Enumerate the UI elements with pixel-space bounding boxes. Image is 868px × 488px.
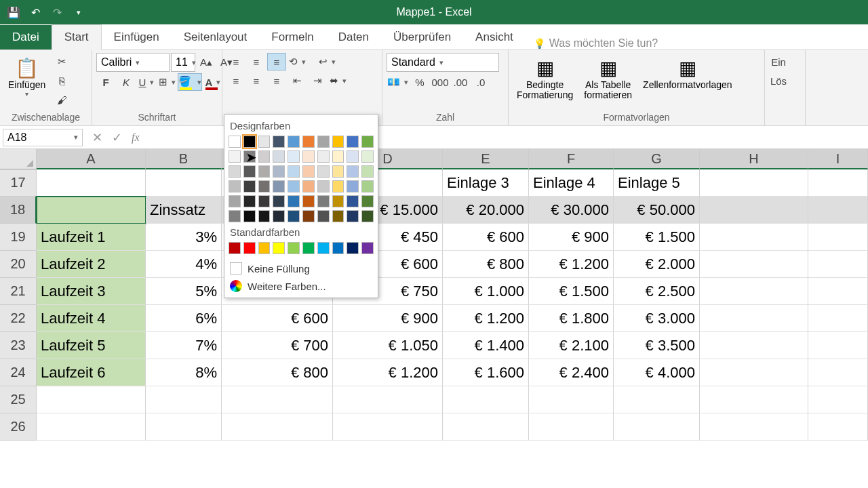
cell[interactable]: Zinssatz — [146, 197, 222, 224]
color-swatch[interactable] — [243, 195, 256, 207]
cell[interactable] — [700, 359, 808, 386]
color-swatch[interactable] — [273, 242, 285, 254]
format-painter-button[interactable]: 🖌 — [52, 91, 71, 108]
cell[interactable]: Laufzeit 1 — [37, 224, 146, 251]
color-swatch[interactable] — [302, 165, 315, 178]
cell[interactable] — [443, 413, 529, 441]
select-all-corner[interactable] — [0, 149, 37, 169]
color-swatch[interactable] — [361, 136, 374, 148]
insert-cells-button[interactable]: Ein — [769, 53, 788, 70]
color-swatch[interactable] — [243, 150, 256, 163]
cell[interactable] — [700, 224, 808, 251]
color-swatch[interactable] — [361, 210, 374, 222]
cell[interactable] — [146, 169, 222, 197]
cell[interactable]: € 1.800 — [529, 305, 614, 332]
cell[interactable]: € 1.200 — [443, 305, 529, 332]
delete-cells-button[interactable]: Lös — [769, 72, 788, 89]
color-swatch[interactable] — [243, 136, 256, 148]
color-swatch[interactable] — [347, 136, 359, 148]
row-header[interactable]: 18 — [0, 197, 37, 224]
color-swatch[interactable] — [317, 195, 330, 207]
cell[interactable]: € 1.500 — [614, 224, 700, 251]
color-swatch[interactable] — [302, 136, 315, 148]
color-swatch[interactable] — [243, 180, 256, 192]
cell[interactable]: € 2.100 — [529, 332, 614, 359]
color-swatch[interactable] — [258, 210, 271, 222]
column-header[interactable]: H — [700, 149, 808, 169]
row-header[interactable]: 26 — [0, 413, 37, 441]
color-swatch[interactable] — [332, 210, 344, 222]
color-swatch[interactable] — [273, 180, 285, 192]
no-fill-item[interactable]: Keine Füllung — [229, 260, 374, 277]
cell[interactable]: € 700 — [222, 332, 333, 359]
row-header[interactable]: 19 — [0, 224, 37, 251]
align-bottom-button[interactable]: ≡ — [267, 53, 286, 70]
tab-data[interactable]: Daten — [326, 25, 381, 49]
italic-button[interactable]: K — [117, 73, 136, 91]
cell[interactable] — [529, 386, 614, 413]
cell[interactable]: € 4.000 — [614, 359, 700, 386]
cell[interactable]: € 30.000 — [529, 197, 614, 224]
indent-inc-button[interactable]: ⇥ — [308, 72, 327, 89]
cell[interactable]: € 2.000 — [614, 251, 700, 278]
align-center-button[interactable]: ≡ — [247, 72, 266, 89]
color-swatch[interactable] — [332, 150, 344, 163]
cell[interactable] — [700, 386, 808, 413]
color-swatch[interactable] — [332, 165, 344, 178]
cell[interactable] — [808, 251, 868, 278]
cell[interactable]: € 900 — [529, 224, 614, 251]
font-color-button[interactable]: A — [203, 73, 222, 91]
font-size-select[interactable]: 11 — [171, 53, 195, 72]
color-swatch[interactable] — [361, 195, 374, 207]
fx-icon[interactable]: fx — [132, 131, 140, 144]
copy-button[interactable]: ⎘ — [52, 72, 71, 89]
row-header[interactable]: 22 — [0, 305, 37, 332]
conditional-format-button[interactable]: ▦Bedingte Formatierung — [513, 53, 577, 104]
cell[interactable] — [614, 386, 700, 413]
color-swatch[interactable] — [229, 242, 241, 254]
color-swatch[interactable] — [288, 195, 300, 207]
cell[interactable]: Laufzeit 3 — [37, 278, 146, 305]
row-header[interactable]: 20 — [0, 251, 37, 278]
tell-me-search[interactable]: Was möchten Sie tun? — [526, 37, 658, 49]
tab-view[interactable]: Ansicht — [463, 25, 526, 49]
cell[interactable] — [700, 169, 808, 197]
column-header[interactable]: A — [37, 149, 146, 169]
cell[interactable] — [333, 413, 443, 441]
cell[interactable]: € 800 — [222, 359, 333, 386]
cell[interactable]: € 800 — [443, 251, 529, 278]
cell[interactable]: € 1.050 — [333, 332, 443, 359]
cell[interactable]: Einlage 3 — [443, 169, 529, 197]
column-header[interactable]: F — [529, 149, 614, 169]
merge-button[interactable]: ⬌ — [328, 72, 347, 89]
cell[interactable]: Laufzeit 6 — [37, 359, 146, 386]
color-swatch[interactable] — [258, 165, 271, 178]
cell[interactable]: € 1.400 — [443, 332, 529, 359]
cell[interactable]: Laufzeit 2 — [37, 251, 146, 278]
decrease-decimal-button[interactable]: .0 — [471, 73, 490, 91]
cell[interactable]: € 50.000 — [614, 197, 700, 224]
cell[interactable] — [37, 169, 146, 197]
column-header[interactable]: B — [146, 149, 222, 169]
cell[interactable] — [808, 224, 868, 251]
tab-insert[interactable]: Einfügen — [102, 25, 172, 49]
color-swatch[interactable] — [288, 180, 300, 192]
color-swatch[interactable] — [288, 150, 300, 163]
color-swatch[interactable] — [229, 165, 241, 178]
cell[interactable]: € 900 — [333, 305, 443, 332]
column-header[interactable]: G — [614, 149, 700, 169]
cell[interactable]: 5% — [146, 278, 222, 305]
align-left-button[interactable]: ≡ — [226, 72, 245, 89]
cell[interactable] — [700, 332, 808, 359]
cell[interactable] — [37, 413, 146, 441]
color-swatch[interactable] — [347, 150, 359, 163]
cell[interactable] — [808, 332, 868, 359]
cell[interactable] — [808, 359, 868, 386]
cell[interactable]: € 600 — [222, 305, 333, 332]
color-swatch[interactable] — [347, 165, 359, 178]
spreadsheet-grid[interactable]: ABCDEFGHI 17lage 2Einlage 3Einlage 4Einl… — [0, 149, 868, 441]
color-swatch[interactable] — [229, 136, 241, 148]
row-header[interactable]: 17 — [0, 169, 37, 197]
cell[interactable] — [222, 413, 333, 441]
column-header[interactable]: E — [443, 149, 529, 169]
